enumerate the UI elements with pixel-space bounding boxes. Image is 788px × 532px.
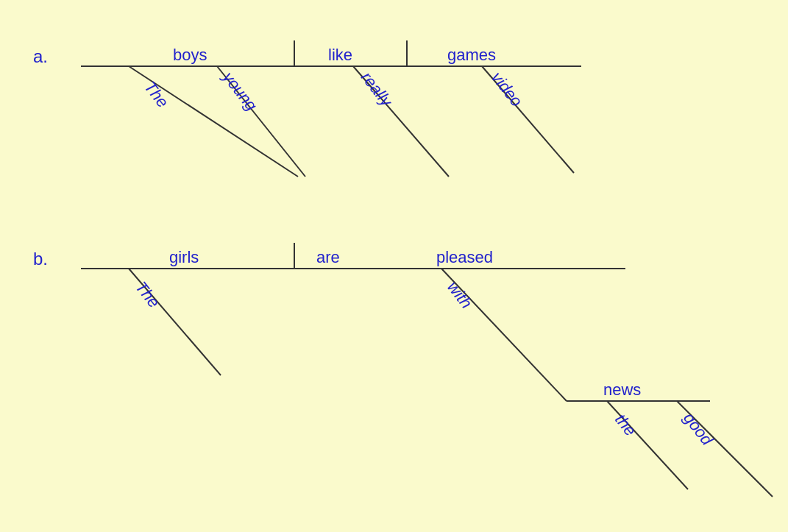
diag-video: video [488,68,526,110]
svg-line-12 [607,401,688,489]
word-girls: girls [169,248,199,266]
word-are: are [316,248,340,266]
diag-the-a: The [141,78,172,111]
diag-the-c: the [611,411,640,439]
word-news: news [603,380,641,399]
diag-really: really [358,68,397,111]
diag-the-b: The [132,278,163,311]
label-a: a. [33,46,48,66]
label-b: b. [33,249,48,269]
word-like: like [328,46,352,64]
diag-with: with [444,278,476,312]
word-pleased: pleased [436,248,493,266]
word-games: games [447,46,496,64]
diag-young: young [219,67,261,115]
diag-good: good [680,409,717,450]
word-boys: boys [173,46,207,64]
